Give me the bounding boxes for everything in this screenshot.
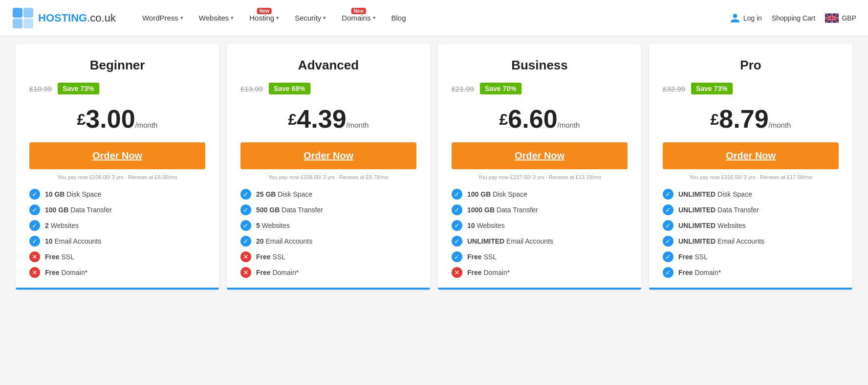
feature-text: UNLIMITED Data Transfer xyxy=(678,206,759,214)
feature-text: Free SSL xyxy=(45,253,74,261)
logo-icon xyxy=(12,7,34,29)
current-price: £4.39/month xyxy=(240,104,416,134)
cross-icon: ✕ xyxy=(29,251,40,262)
feature-list: ✓10 GB Disk Space✓100 GB Data Transfer✓2… xyxy=(29,189,205,278)
plan-card-advanced: Advanced£13.99Save 69%£4.39/monthOrder N… xyxy=(227,44,430,290)
feature-text: UNLIMITED Email Accounts xyxy=(678,237,764,245)
order-now-button[interactable]: Order Now xyxy=(452,142,628,169)
list-item: ✓100 GB Data Transfer xyxy=(29,204,205,215)
feature-text: 500 GB Data Transfer xyxy=(256,206,323,214)
nav-label-hosting: Hosting xyxy=(249,14,274,22)
pricing-row: £10.99Save 73% xyxy=(29,83,205,94)
nav-item-websites[interactable]: Websites▾ xyxy=(192,10,240,26)
svg-rect-1 xyxy=(23,8,33,18)
feature-text: 100 GB Data Transfer xyxy=(45,206,112,214)
list-item: ✓Free Domain* xyxy=(663,267,839,278)
check-icon: ✓ xyxy=(240,204,251,215)
check-icon: ✓ xyxy=(663,267,673,278)
check-icon: ✓ xyxy=(452,220,462,231)
billing-note: You pay now £237.50/ 3 yrs · Renews at £… xyxy=(452,174,628,180)
feature-text: 10 Email Accounts xyxy=(45,237,101,245)
plan-name: Pro xyxy=(663,58,839,73)
logo[interactable]: HOSTING.co.uk xyxy=(12,7,116,29)
list-item: ✕Free Domain* xyxy=(29,267,205,278)
feature-text: 2 Websites xyxy=(45,222,79,229)
list-item: ✓500 GB Data Transfer xyxy=(240,204,416,215)
plan-card-beginner: Beginner£10.99Save 73%£3.00/monthOrder N… xyxy=(16,44,219,290)
feature-list: ✓UNLIMITED Disk Space✓UNLIMITED Data Tra… xyxy=(663,189,839,278)
plan-name: Business xyxy=(452,58,628,73)
list-item: ✓Free SSL xyxy=(663,251,839,262)
cross-icon: ✕ xyxy=(240,251,251,262)
feature-text: Free SSL xyxy=(678,253,708,261)
chevron-down-icon: ▾ xyxy=(373,15,376,21)
current-price: £3.00/month xyxy=(29,104,205,134)
original-price: £10.99 xyxy=(29,85,52,93)
original-price: £32.99 xyxy=(663,85,685,93)
list-item: ✓2 Websites xyxy=(29,220,205,231)
list-item: ✓UNLIMITED Websites xyxy=(663,220,839,231)
feature-list: ✓100 GB Disk Space✓1000 GB Data Transfer… xyxy=(452,189,628,278)
check-icon: ✓ xyxy=(452,189,462,200)
nav-item-domains[interactable]: NewDomains▾ xyxy=(335,10,382,26)
navbar-actions: Log in Shopping Cart GBP xyxy=(730,13,856,23)
price-period: /month xyxy=(135,121,158,129)
check-icon: ✓ xyxy=(663,236,673,247)
nav-label-blog: Blog xyxy=(391,14,406,22)
billing-note: You pay now £158.00/ 3 yrs · Renews at £… xyxy=(240,174,416,180)
order-now-button[interactable]: Order Now xyxy=(240,142,416,169)
feature-text: Free SSL xyxy=(467,253,497,261)
feature-list: ✓25 GB Disk Space✓500 GB Data Transfer✓5… xyxy=(240,189,416,278)
nav-item-blog[interactable]: Blog xyxy=(385,10,413,26)
price-amount: 3.00 xyxy=(86,105,135,133)
list-item: ✓5 Websites xyxy=(240,220,416,231)
price-amount: 4.39 xyxy=(297,105,346,133)
order-now-button[interactable]: Order Now xyxy=(29,142,205,169)
feature-text: Free SSL xyxy=(256,253,285,261)
price-period: /month xyxy=(558,121,580,129)
chevron-down-icon: ▾ xyxy=(180,15,183,21)
feature-text: Free Domain* xyxy=(678,269,721,276)
cross-icon: ✕ xyxy=(452,267,462,278)
login-action[interactable]: Log in xyxy=(730,13,762,23)
list-item: ✓20 Email Accounts xyxy=(240,236,416,247)
current-price: £6.60/month xyxy=(452,104,628,134)
list-item: ✓UNLIMITED Data Transfer xyxy=(663,204,839,215)
feature-text: UNLIMITED Email Accounts xyxy=(467,237,553,245)
login-label: Log in xyxy=(743,14,762,22)
user-icon xyxy=(730,13,740,23)
chevron-down-icon: ▾ xyxy=(276,15,279,21)
check-icon: ✓ xyxy=(240,220,251,231)
order-now-button[interactable]: Order Now xyxy=(663,142,839,169)
list-item: ✓1000 GB Data Transfer xyxy=(452,204,628,215)
price-currency: £ xyxy=(499,111,508,128)
list-item: ✕Free SSL xyxy=(29,251,205,262)
feature-text: 10 Websites xyxy=(467,222,505,229)
feature-text: UNLIMITED Websites xyxy=(678,222,745,229)
nav-item-security[interactable]: Security▾ xyxy=(288,10,333,26)
check-icon: ✓ xyxy=(29,189,40,200)
check-icon: ✓ xyxy=(663,189,673,200)
cross-icon: ✕ xyxy=(240,267,251,278)
logo-text: HOSTING.co.uk xyxy=(38,12,116,24)
feature-text: 25 GB Disk Space xyxy=(256,190,312,198)
cross-icon: ✕ xyxy=(29,267,40,278)
svg-rect-2 xyxy=(13,19,22,28)
check-icon: ✓ xyxy=(29,220,40,231)
list-item: ✕Free SSL xyxy=(240,251,416,262)
nav-item-hosting[interactable]: NewHosting▾ xyxy=(242,10,286,26)
chevron-down-icon: ▾ xyxy=(231,15,234,21)
plan-card-business: Business£21.99Save 70%£6.60/monthOrder N… xyxy=(438,44,641,290)
feature-text: 1000 GB Data Transfer xyxy=(467,206,538,214)
check-icon: ✓ xyxy=(29,236,40,247)
feature-text: 20 Email Accounts xyxy=(256,237,312,245)
check-icon: ✓ xyxy=(452,251,462,262)
nav-item-wordpress[interactable]: WordPress▾ xyxy=(135,10,190,26)
pricing-row: £21.99Save 70% xyxy=(452,83,628,94)
cart-action[interactable]: Shopping Cart xyxy=(772,14,816,22)
currency-selector[interactable]: GBP xyxy=(825,13,856,23)
save-badge: Save 73% xyxy=(691,83,733,94)
plan-name: Advanced xyxy=(240,58,416,73)
pricing-grid: Beginner£10.99Save 73%£3.00/monthOrder N… xyxy=(12,36,856,297)
check-icon: ✓ xyxy=(452,236,462,247)
